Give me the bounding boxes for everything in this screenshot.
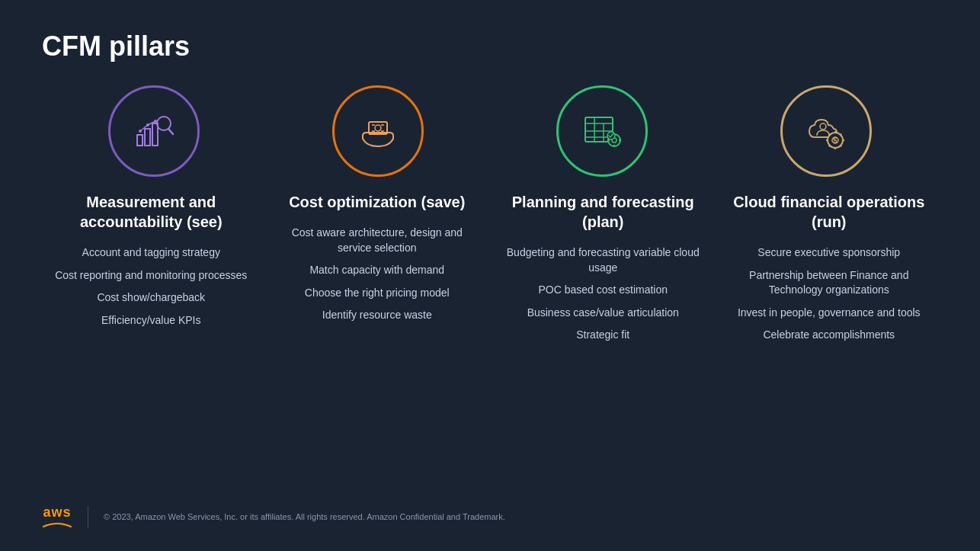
cloud-financial-icon-circle: $	[780, 85, 872, 177]
list-item: Identify resource waste	[276, 308, 479, 323]
content-row: Measurement and accountability (see) Acc…	[42, 192, 938, 489]
pillar-measurement-items: Account and tagging strategy Cost report…	[50, 245, 253, 328]
list-item: Business case/value articulation	[501, 306, 705, 321]
list-item: Celebrate accomplishments	[728, 328, 931, 343]
svg-rect-0	[137, 135, 143, 146]
pillar-cloud-financial: Cloud financial operations (run) Secure …	[720, 192, 939, 489]
pillars-section: $ Measurement and accountability (see)	[42, 85, 938, 489]
list-item: Cost reporting and monitoring processes	[50, 268, 253, 284]
svg-point-27	[820, 123, 826, 130]
list-item: Budgeting and forecasting variable cloud…	[501, 245, 705, 275]
svg-line-4	[168, 129, 173, 134]
footer: aws © 2023, Amazon Web Services, Inc. or…	[42, 505, 938, 528]
cloud-financial-icon: $	[803, 108, 849, 154]
list-item: Secure executive sponsorship	[728, 245, 931, 261]
pillar-cost-optimization-title: Cost optimization (save)	[289, 192, 465, 212]
pillar-measurement-title: Measurement and accountability (see)	[50, 192, 253, 232]
list-item: POC based cost estimation	[501, 283, 705, 298]
pillar-cloud-financial-items: Secure executive sponsorship Partnership…	[728, 245, 931, 343]
footer-divider	[88, 505, 88, 528]
aws-logo-arc	[42, 521, 72, 528]
cost-optimization-icon-circle	[332, 85, 424, 177]
pillar-cost-optimization: Cost optimization (save) Cost aware arch…	[268, 192, 487, 489]
list-item: Match capacity with demand	[276, 263, 479, 278]
svg-point-9	[375, 125, 381, 131]
pillar-planning-title: Planning and forecasting (plan)	[501, 192, 705, 232]
aws-logo-text: aws	[43, 505, 71, 521]
planning-icon-circle	[556, 85, 648, 177]
svg-rect-1	[145, 129, 150, 146]
pillar-cost-optimization-items: Cost aware architecture, design and serv…	[276, 226, 479, 323]
icons-row: $	[42, 85, 938, 177]
list-item: Invest in people, governance and tools	[728, 306, 931, 321]
page-container: CFM pillars	[0, 0, 980, 551]
footer-copyright: © 2023, Amazon Web Services, Inc. or its…	[104, 512, 505, 521]
list-item: Efficiency/value KPIs	[50, 313, 253, 328]
planning-icon	[579, 108, 625, 154]
pillar-cloud-financial-title: Cloud financial operations (run)	[728, 192, 931, 232]
list-item: Strategic fit	[501, 328, 705, 343]
pillar-planning: Planning and forecasting (plan) Budgetin…	[494, 192, 713, 489]
aws-logo: aws	[42, 505, 72, 528]
measurement-icon-circle	[108, 85, 200, 177]
list-item: Partnership between Finance and Technolo…	[728, 268, 931, 298]
svg-text:$: $	[833, 136, 837, 145]
pillar-planning-items: Budgeting and forecasting variable cloud…	[501, 245, 705, 343]
cost-optimization-icon	[355, 108, 401, 154]
page-title: CFM pillars	[42, 30, 938, 62]
pillar-measurement: Measurement and accountability (see) Acc…	[42, 192, 261, 489]
measurement-icon	[131, 108, 177, 154]
svg-rect-2	[152, 123, 158, 146]
list-item: Account and tagging strategy	[50, 245, 253, 261]
list-item: Cost aware architecture, design and serv…	[276, 226, 479, 255]
list-item: Cost show/chargeback	[50, 290, 253, 306]
list-item: Choose the right pricing model	[276, 286, 479, 301]
